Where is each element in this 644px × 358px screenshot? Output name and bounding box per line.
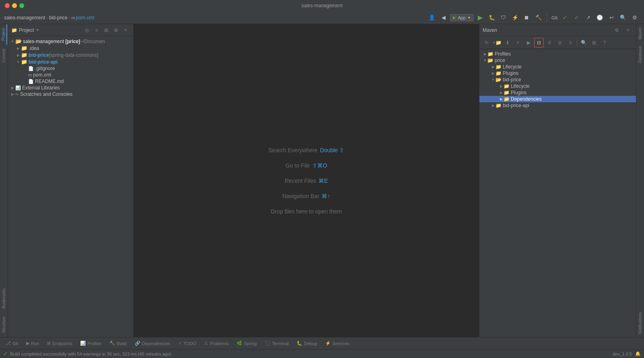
close-button[interactable] <box>5 3 10 8</box>
right-tab-database[interactable]: Database <box>637 43 643 66</box>
module-icon-1: 📁 <box>21 52 27 58</box>
title-bar: sales-management <box>0 0 644 11</box>
tree-root[interactable]: ▼ 📂 sales-management [price] ~/Documen <box>8 38 133 45</box>
minimize-button[interactable] <box>12 3 17 8</box>
hint-goto-key: ⇧⌘O <box>312 162 327 169</box>
right-tab-maven[interactable]: Maven <box>637 24 643 43</box>
expand-all-button[interactable]: ⊞ <box>102 26 111 35</box>
breadcrumb-file[interactable]: mpom.xml <box>71 15 94 21</box>
sidebar-tab-commit[interactable]: Commit <box>1 45 7 66</box>
locate-file-button[interactable]: ◎ <box>83 26 91 35</box>
file-tree: ▼ 📂 sales-management [price] ~/Documen ▶… <box>8 36 133 337</box>
window-controls[interactable] <box>5 3 24 8</box>
breadcrumb-project[interactable]: sales-management <box>4 15 45 21</box>
tree-readme[interactable]: ▶ 📄 README.md <box>8 78 133 85</box>
debug-button[interactable]: 🐛 <box>487 12 497 23</box>
maven-execute-button[interactable]: ⊟ <box>534 38 544 48</box>
maven-download-button[interactable]: ⬇ <box>503 38 512 48</box>
stop-button[interactable]: ⏹ <box>522 12 532 23</box>
bottom-tab-debug[interactable]: 🐛 Debug <box>293 340 320 347</box>
right-tab-notifications[interactable]: Notifications <box>637 309 643 337</box>
tree-bid-price-spring[interactable]: ▶ 📁 bid-price [spring-data-commons] <box>8 52 133 58</box>
maven-add-module-button[interactable]: +📁 <box>492 38 502 48</box>
sidebar-tab-bookmarks[interactable]: Bookmarks <box>1 284 7 312</box>
bottom-tab-git[interactable]: ⎇ Git <box>2 340 21 347</box>
git-indicator: Git: <box>551 15 558 20</box>
main-toolbar: 👤 ◀ ▶ App ▼ ▶ 🐛 🛡 ⚡ ⏹ 🔨 Git: ✓ ✓ ↗ 🕐 ↩ 🔍… <box>427 12 640 23</box>
status-check-icon: ✓ <box>3 351 8 357</box>
panel-settings-button[interactable]: ⚙ <box>111 26 120 35</box>
maven-profiles-button[interactable]: ≡ <box>566 38 575 48</box>
lifecycle-1-arrow: ▶ <box>491 64 495 70</box>
bottom-tab-services[interactable]: ⚡ Services <box>322 340 353 347</box>
idea-label: .idea <box>29 46 39 51</box>
dependencies-label: Dependencies <box>511 96 542 102</box>
tree-scratches[interactable]: ▶ ✏ Scratches and Consoles <box>8 91 133 97</box>
bottom-tab-endpoints[interactable]: ⊞ Endpoints <box>44 340 75 347</box>
bottom-tab-terminal[interactable]: ⬛ Terminal <box>262 340 292 347</box>
profile-button[interactable]: 👤 <box>427 12 437 23</box>
git-tick-button[interactable]: ✓ <box>571 12 582 23</box>
maven-tree: ▶ 📁 Profiles ▼ 📂 price ▶ 📁 Lifecycle <box>479 49 636 337</box>
tree-idea-folder[interactable]: ▶ 📁 .idea <box>8 45 133 52</box>
maven-price-item[interactable]: ▼ 📂 price <box>479 57 636 64</box>
git-rollback-button[interactable]: ↩ <box>606 12 617 23</box>
maven-run-button[interactable]: ▶ <box>524 38 533 48</box>
maven-search-button[interactable]: 🔍 <box>579 38 588 48</box>
maven-add-button[interactable]: + <box>513 38 523 48</box>
git-check-button[interactable]: ✓ <box>559 12 570 23</box>
maven-collapse-button[interactable]: ⊞ <box>589 38 599 48</box>
sidebar-tab-structure[interactable]: Structure <box>1 312 7 337</box>
tree-gitignore[interactable]: ▶ 📄 .gitignore <box>8 65 133 72</box>
maven-plugins-1-item[interactable]: ▶ 📁 Plugins <box>479 70 636 77</box>
deps-icon: 🔗 <box>135 341 140 346</box>
sidebar-tab-project[interactable]: Project <box>0 24 7 45</box>
build-button[interactable]: 🔨 <box>533 12 544 23</box>
run-button[interactable]: ▶ <box>475 12 485 23</box>
project-panel-title: 📁 Project ▼ <box>11 27 81 33</box>
maven-plugins-2-item[interactable]: ▶ 📁 Plugins <box>479 89 636 96</box>
bottom-tab-build[interactable]: 🔨 Build <box>106 340 130 347</box>
maven-lifecycle-1-item[interactable]: ▶ 📁 Lifecycle <box>479 64 636 70</box>
maven-dependencies-item[interactable]: ▶ 📁 Dependencies <box>479 96 636 102</box>
run-config-dropdown[interactable]: ▶ App ▼ <box>450 14 474 21</box>
collapse-all-button[interactable]: ≡ <box>92 26 101 35</box>
project-panel-actions: ◎ ≡ ⊞ ⚙ × <box>83 26 130 35</box>
search-everywhere-button[interactable]: 🔍 <box>618 12 628 23</box>
bottom-tab-profiler[interactable]: 📊 Profiler <box>77 340 105 347</box>
plugins-1-icon: 📁 <box>495 70 502 76</box>
maximize-button[interactable] <box>19 3 24 8</box>
tree-pom-xml[interactable]: ▶ m pom.xml <box>8 72 133 78</box>
bid-price-maven-label: bid-price <box>503 77 521 83</box>
run-with-coverage-button[interactable]: 🛡 <box>498 12 509 23</box>
settings-button[interactable]: ⚙ <box>630 12 640 23</box>
bottom-tab-todo[interactable]: ✓ TODO <box>175 340 200 347</box>
bottom-tab-run[interactable]: ▶ Run <box>23 340 42 347</box>
maven-lifecycle-2-item[interactable]: ▶ 📁 Lifecycle <box>479 83 636 89</box>
bottom-tab-spring[interactable]: 🌿 Spring <box>233 340 260 347</box>
version-label[interactable]: dev_1.0.5 <box>613 352 632 356</box>
maven-help-button[interactable]: ? <box>600 38 609 48</box>
maven-toolbar: ↻ +📁 ⬇ + ▶ ⊟ # ⊘ ≡ 🔍 ⊞ ? <box>479 36 636 49</box>
maven-toggle-button[interactable]: # <box>545 38 554 48</box>
tree-ext-libs[interactable]: ▶ 📊 External Libraries <box>8 85 133 91</box>
maven-bid-price-api-item[interactable]: ▶ 📁 bid-price-api <box>479 102 636 109</box>
bottom-tab-problems[interactable]: ⚠ Problems <box>201 340 231 347</box>
git-push-button[interactable]: ↗ <box>583 12 593 23</box>
scratches-arrow: ▶ <box>10 91 15 97</box>
maven-reload-button[interactable]: ↻ <box>482 38 491 48</box>
back-button[interactable]: ◀ <box>438 12 449 23</box>
maven-bid-price-item[interactable]: ▼ 📂 bid-price <box>479 77 636 83</box>
tree-bid-price-api[interactable]: ▼ 📁 bid-price-api <box>8 58 133 65</box>
maven-profiles-item[interactable]: ▶ 📁 Profiles <box>479 51 636 57</box>
close-panel-button[interactable]: × <box>121 26 130 35</box>
bottom-tab-dependencies[interactable]: 🔗 Dependencies <box>132 340 173 347</box>
dropdown-icon[interactable]: ▼ <box>35 28 39 32</box>
profile-run-button[interactable]: ⚡ <box>510 12 520 23</box>
git-history-button[interactable]: 🕐 <box>594 12 605 23</box>
maven-settings-button[interactable]: ⚙ <box>612 25 621 35</box>
breadcrumb-module[interactable]: bid-price <box>49 15 68 21</box>
maven-skip-tests-button[interactable]: ⊘ <box>555 38 565 48</box>
hint-drop: Drop files here to open them <box>271 208 342 215</box>
maven-close-button[interactable]: × <box>623 25 633 35</box>
